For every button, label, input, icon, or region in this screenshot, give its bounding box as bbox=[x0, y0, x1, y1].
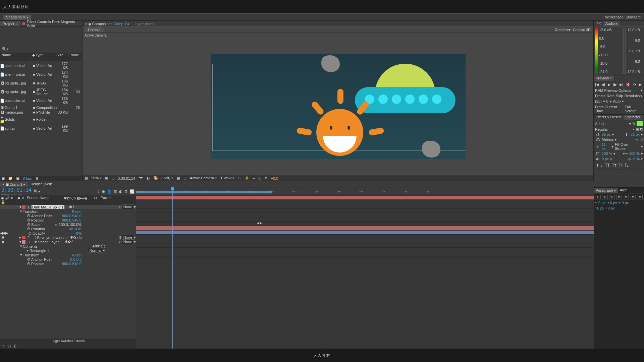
comp-mini-flowchart-icon[interactable]: ⤴ bbox=[98, 189, 100, 194]
fill-color-swatch[interactable] bbox=[637, 121, 643, 126]
current-time[interactable]: 0:00:01:14 bbox=[118, 176, 135, 180]
property-value[interactable]: 960.0,540.0 bbox=[62, 262, 82, 266]
audio-slider-l[interactable] bbox=[622, 28, 624, 74]
tab-character[interactable]: Character bbox=[624, 115, 642, 120]
stroke-width-input[interactable]: 11 px bbox=[602, 142, 610, 150]
project-item[interactable]: 📄alien back.ai■Vector Art172 KB bbox=[0, 61, 82, 70]
reset-link[interactable]: Reset bbox=[72, 253, 82, 257]
property-row[interactable]: ◀◆▶⏱Opacity0% bbox=[0, 231, 136, 235]
property-value[interactable]: 960.0,540.0 bbox=[62, 218, 82, 222]
tab-audio[interactable]: Audio ≡ bbox=[603, 21, 620, 26]
channel-icon[interactable]: ◐ bbox=[147, 176, 150, 180]
stopwatch-icon[interactable]: ⏱ bbox=[27, 262, 31, 266]
tab-align[interactable]: Align bbox=[618, 188, 629, 193]
layer-color-swatch[interactable] bbox=[22, 205, 25, 209]
parent-select[interactable]: None bbox=[122, 239, 134, 244]
exposure-value[interactable]: +0.0 bbox=[271, 176, 278, 180]
timeline-search-icon[interactable]: 🔍▾ bbox=[34, 189, 40, 194]
prev-frame-button[interactable]: ◀| bbox=[601, 82, 605, 87]
twirl-icon[interactable]: ▾ bbox=[20, 209, 22, 214]
grid-icon[interactable]: ▦ bbox=[85, 176, 88, 180]
interpret-icon[interactable]: ▣ bbox=[1, 176, 5, 181]
twirl-icon[interactable]: ▾ bbox=[20, 253, 22, 257]
property-row[interactable]: ⏱Rotation0x+0.0° bbox=[0, 227, 136, 231]
layer-bar[interactable] bbox=[136, 226, 594, 230]
view-layout[interactable]: 1 View bbox=[220, 176, 234, 180]
property-row[interactable]: ▸Rectangle 1Normal▾ bbox=[0, 248, 136, 253]
new-folder-icon[interactable]: 📁 bbox=[8, 176, 13, 181]
parent-select[interactable]: None bbox=[122, 204, 134, 209]
graph-editor-icon[interactable]: 📈 bbox=[130, 189, 135, 194]
workspace-select[interactable]: Standard bbox=[626, 15, 641, 19]
justify-right-button[interactable]: ≣ bbox=[630, 195, 636, 199]
property-row[interactable]: ▾ContentsAdd: ◯ bbox=[0, 244, 136, 248]
tsume-input[interactable]: 0 % bbox=[633, 157, 640, 161]
keyframe-icon[interactable]: ◀ ◆ bbox=[257, 222, 262, 225]
col-framerate[interactable]: Frame ... bbox=[67, 53, 82, 61]
motion-blur-icon[interactable]: ◐ bbox=[119, 189, 122, 194]
tab-effects-presets[interactable]: Effects & Presets bbox=[594, 115, 624, 120]
project-item[interactable]: 📄sun.ai■Vector Art199 KB bbox=[0, 124, 82, 133]
snapshot-icon[interactable]: 📷 bbox=[139, 176, 143, 180]
current-timecode[interactable]: 0:00:01:14 bbox=[1, 187, 32, 193]
fast-preview-icon[interactable]: ⚡ bbox=[245, 176, 249, 180]
project-search[interactable]: 🔍▾ bbox=[2, 47, 80, 51]
twirl-icon[interactable]: ▸ bbox=[19, 235, 21, 240]
stopwatch-icon[interactable]: ⏱ bbox=[28, 231, 32, 235]
twirl-icon[interactable]: ▾ bbox=[20, 244, 22, 248]
mute-button[interactable]: 🔇 bbox=[626, 82, 631, 87]
shy-icon[interactable]: 👤 bbox=[107, 189, 112, 194]
layer-row[interactable]: ▾1Dark Ma...a Solid 1✱ /⊙None▾ bbox=[0, 205, 136, 209]
ram-preview-button[interactable]: ▶| bbox=[639, 82, 643, 87]
expand-icon[interactable]: ⊡ bbox=[8, 344, 11, 348]
indent-right[interactable]: ⇤0 px bbox=[619, 201, 629, 205]
leading-input[interactable]: 81 px bbox=[631, 132, 640, 136]
visibility-toggle[interactable]: ◉ bbox=[1, 235, 5, 240]
stopwatch-icon[interactable]: ⏱ bbox=[27, 257, 31, 261]
col-tag[interactable]: ◆ bbox=[31, 53, 34, 61]
layer-bar[interactable] bbox=[136, 196, 594, 199]
project-item[interactable]: ▣Comp 1■Composition25 bbox=[0, 105, 82, 110]
tab-timeline-comp[interactable]: × ▣ Comp 1 ≡ bbox=[0, 182, 28, 187]
tab-layer[interactable]: Layer (none) bbox=[132, 21, 158, 26]
layer-color-swatch[interactable] bbox=[22, 240, 25, 244]
resolution-icon[interactable]: ⊞ bbox=[105, 176, 108, 180]
layer-bar[interactable] bbox=[136, 231, 594, 234]
comp-flow-tab[interactable]: Comp 1 bbox=[85, 27, 104, 32]
space-before[interactable]: ↕0 px bbox=[595, 206, 604, 210]
kerning-select[interactable]: Metrics bbox=[602, 137, 613, 141]
brackets-icon[interactable]: {} bbox=[14, 344, 16, 348]
baseline-input[interactable]: 0 px bbox=[602, 157, 609, 161]
tab-info[interactable]: Info bbox=[594, 21, 603, 26]
property-value[interactable]: 0.0,0.0 bbox=[70, 257, 82, 261]
indent-first[interactable]: ⇥0 px bbox=[607, 201, 617, 205]
viewer-canvas[interactable] bbox=[83, 38, 593, 175]
last-frame-button[interactable]: ▶| bbox=[620, 82, 623, 87]
skip-select[interactable]: 0 bbox=[606, 99, 608, 104]
panel-menu-icon[interactable]: ≡ bbox=[15, 22, 17, 26]
property-row[interactable]: ⏱Scale∞ 100.0,100.0% bbox=[0, 222, 136, 227]
fill-over-stroke-select[interactable]: Fill Over Stroke bbox=[615, 142, 640, 150]
first-frame-button[interactable]: |◀ bbox=[595, 82, 599, 87]
twirl-icon[interactable]: ▸ bbox=[27, 248, 29, 253]
project-item[interactable]: 🖼bg upda...jpg■JPEG Se...ce154 KB30 bbox=[0, 87, 82, 96]
property-row[interactable]: ⏱Anchor Point0.0,0.0 bbox=[0, 257, 136, 261]
renderer-select[interactable]: Renderer: Classic 3D bbox=[555, 28, 591, 32]
property-value[interactable]: 960.0,540.0 bbox=[62, 214, 82, 218]
resolution-select[interactable]: Auto bbox=[613, 99, 621, 104]
justify-left-button[interactable]: ≣ bbox=[616, 195, 622, 199]
property-value[interactable]: 0x+0.0° bbox=[69, 227, 82, 231]
align-right-button[interactable]: ≡ bbox=[609, 195, 615, 199]
parent-select[interactable]: None bbox=[122, 235, 134, 240]
col-name[interactable]: Name bbox=[0, 53, 31, 61]
add-shape-button[interactable]: ◯ bbox=[101, 244, 105, 248]
property-row[interactable]: ⏱Position960.0,540.0 bbox=[0, 218, 136, 222]
tracking-input[interactable]: 0 bbox=[641, 137, 643, 141]
trash-icon[interactable]: 🗑 bbox=[35, 176, 39, 180]
toggle-switches-modes[interactable]: Toggle Switches / Modes bbox=[0, 339, 136, 343]
stroke-swatch[interactable]: ▣◩ bbox=[636, 127, 643, 131]
color-mgmt-icon[interactable]: 🎨 bbox=[153, 176, 158, 180]
space-after[interactable]: ↕0 px bbox=[605, 206, 614, 210]
hscale-input[interactable]: 100 % bbox=[629, 152, 640, 156]
property-row[interactable]: ⏱Position960.0,540.0 bbox=[0, 261, 136, 266]
